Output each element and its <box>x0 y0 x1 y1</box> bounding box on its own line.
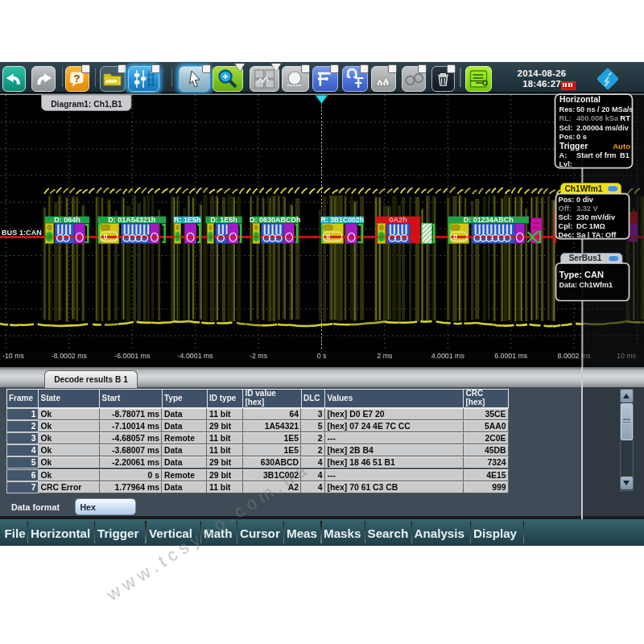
svg-text:D: 01234ABCh: D: 01234ABCh <box>464 216 514 224</box>
svg-text:3.32 V: 3.32 V <box>576 204 598 213</box>
svg-text:Pos:: Pos: <box>559 133 576 141</box>
svg-text:2 ms: 2 ms <box>377 352 393 360</box>
svg-text:-8.0002 ms: -8.0002 ms <box>52 352 88 360</box>
svg-text:0: 0 <box>453 233 457 241</box>
svg-text:Diagram1: Ch1,B1: Diagram1: Ch1,B1 <box>51 100 122 109</box>
svg-text:4.0001 ms: 4.0001 ms <box>431 352 465 360</box>
svg-text:D: 1E5h: D: 1E5h <box>210 216 237 224</box>
svg-text:Dec:: Dec: <box>559 231 575 239</box>
svg-text:0 s: 0 s <box>576 133 587 141</box>
svg-text:0: 0 <box>104 233 108 241</box>
svg-text:-10 ms: -10 ms <box>2 352 24 360</box>
svg-text:Cpl:: Cpl: <box>559 222 573 230</box>
svg-text:Off:: Off: <box>559 204 572 213</box>
svg-text:Scl:: Scl: <box>559 124 573 132</box>
svg-text:-4.0001 ms: -4.0001 ms <box>178 352 214 360</box>
svg-text:Sa | TA: Off: Sa | TA: Off <box>576 231 617 239</box>
svg-text:0 s: 0 s <box>317 352 327 360</box>
svg-text:Pos:: Pos: <box>559 196 575 204</box>
svg-text:R: 3B1C002h: R: 3B1C002h <box>320 216 364 224</box>
svg-text:B1: B1 <box>620 151 630 159</box>
svg-text:0: 0 <box>326 233 330 241</box>
svg-text:Auto: Auto <box>613 142 630 151</box>
svg-text:SerBus1: SerBus1 <box>569 254 602 262</box>
svg-text:Res:: Res: <box>559 105 576 114</box>
svg-text:D: 0630ABCDh: D: 0630ABCDh <box>250 216 301 224</box>
svg-text:Trigger: Trigger <box>559 142 588 151</box>
svg-text:-6.0001 ms: -6.0001 ms <box>114 352 151 360</box>
svg-text:Ch1Wfm1: Ch1Wfm1 <box>565 184 603 193</box>
svg-text:DC 1MΩ: DC 1MΩ <box>576 222 605 230</box>
svg-text:?: ? <box>74 72 80 85</box>
svg-text:-2 ms: -2 ms <box>250 352 268 360</box>
svg-text:230 mV/div: 230 mV/div <box>576 213 616 221</box>
svg-text:0 div: 0 div <box>576 196 594 204</box>
svg-text:RT: RT <box>620 114 630 122</box>
svg-text:50 ns / 20 MSa/s: 50 ns / 20 MSa/s <box>576 105 633 114</box>
svg-text:0A2h: 0A2h <box>389 216 407 224</box>
svg-text:D: 064h: D: 064h <box>54 216 80 224</box>
svg-text:Lvl:: Lvl: <box>559 160 572 168</box>
svg-text:Scl:: Scl: <box>559 213 572 221</box>
svg-text:6.0001 ms: 6.0001 ms <box>494 352 528 360</box>
svg-text:A:: A: <box>559 151 568 159</box>
svg-text:Horizontal: Horizontal <box>559 95 601 104</box>
svg-text:400.008 kSa: 400.008 kSa <box>576 114 619 122</box>
svg-text:RL:: RL: <box>559 114 572 122</box>
svg-text:Start of frm: Start of frm <box>576 151 617 159</box>
svg-text:Data: Ch1Wfm1: Data: Ch1Wfm1 <box>559 281 613 289</box>
svg-text:2.00004 ms/div: 2.00004 ms/div <box>576 124 630 132</box>
svg-text:D: 01A54321h: D: 01A54321h <box>108 216 155 224</box>
svg-text:Type: CAN: Type: CAN <box>559 270 604 279</box>
svg-text:R: 1E5h: R: 1E5h <box>174 216 201 224</box>
svg-text:BUS 1:CAN: BUS 1:CAN <box>2 229 42 237</box>
